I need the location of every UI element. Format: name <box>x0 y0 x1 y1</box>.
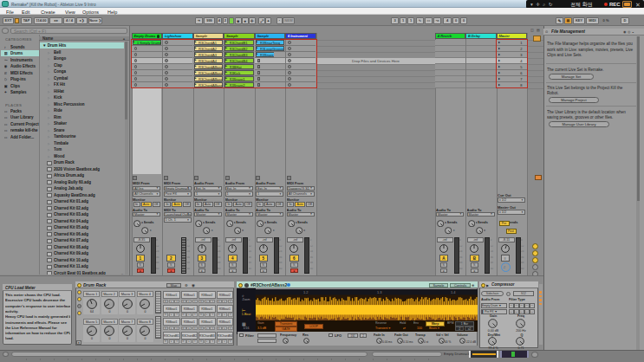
svg-text:1.4: 1.4 <box>451 290 456 294</box>
svg-text:1.3: 1.3 <box>377 290 382 294</box>
svg-text:1.2: 1.2 <box>303 290 309 294</box>
